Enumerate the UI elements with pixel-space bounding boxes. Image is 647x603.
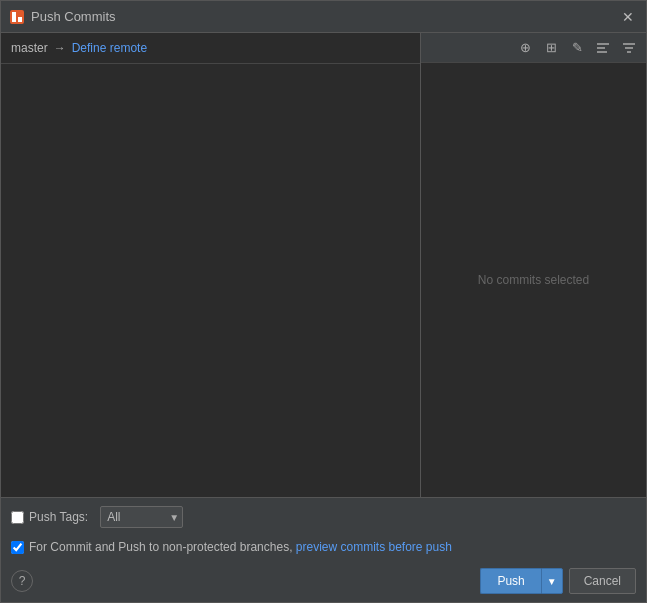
bottom-bar: Push Tags: All Annotated None ▼ For Comm… [1,497,646,602]
content-area: master → Define remote ⊕ ⊞ ✎ [1,33,646,602]
edit-toolbar-button[interactable]: ✎ [566,37,588,59]
push-tags-select-wrapper: All Annotated None ▼ [100,506,183,528]
preview-commits-checkbox[interactable] [11,541,24,554]
commit-preview-row: For Commit and Push to non-protected bra… [1,536,646,562]
help-icon: ? [19,574,26,588]
app-icon [9,9,25,25]
push-button-group: Push ▼ [480,568,562,594]
branch-row: master → Define remote [1,33,420,64]
preview-link[interactable]: preview commits before push [296,540,452,554]
options-row: Push Tags: All Annotated None ▼ [1,498,646,536]
push-tags-select[interactable]: All Annotated None [100,506,183,528]
right-toolbar: ⊕ ⊞ ✎ [421,33,646,63]
group-toolbar-button[interactable] [592,37,614,59]
preview-commits-label: For Commit and Push to non-protected bra… [29,540,452,554]
push-tags-checkbox[interactable] [11,511,24,524]
grid-toolbar-button[interactable]: ⊞ [540,37,562,59]
right-panel: ⊕ ⊞ ✎ [421,33,646,497]
left-panel: master → Define remote [1,33,421,497]
push-tags-label: Push Tags: [29,510,88,524]
filter-icon [622,41,636,55]
group-lines-icon [596,41,610,55]
svg-rect-1 [12,12,16,22]
no-commits-message: No commits selected [421,63,646,497]
push-tags-wrapper: Push Tags: [11,510,92,524]
close-icon: ✕ [622,9,634,25]
filter-toolbar-button[interactable] [618,37,640,59]
edit-icon: ✎ [572,40,583,55]
push-dropdown-button[interactable]: ▼ [541,568,563,594]
svg-rect-2 [18,17,22,22]
preview-prefix-text: For Commit and Push to non-protected bra… [29,540,292,554]
help-button[interactable]: ? [11,570,33,592]
cancel-button[interactable]: Cancel [569,568,636,594]
dialog-title: Push Commits [31,9,618,24]
main-panels: master → Define remote ⊕ ⊞ ✎ [1,33,646,497]
branch-arrow-icon: → [54,41,66,55]
collapse-icon: ⊕ [520,40,531,55]
close-button[interactable]: ✕ [618,7,638,27]
branch-label: master [11,41,48,55]
push-dropdown-chevron-icon: ▼ [547,576,557,587]
push-commits-dialog: Push Commits ✕ master → Define remote [0,0,647,603]
title-bar: Push Commits ✕ [1,1,646,33]
collapse-toolbar-button[interactable]: ⊕ [514,37,536,59]
push-button[interactable]: Push [480,568,540,594]
right-buttons: Push ▼ Cancel [480,568,636,594]
define-remote-link[interactable]: Define remote [72,41,147,55]
button-row: ? Push ▼ Cancel [1,562,646,602]
grid-icon: ⊞ [546,40,557,55]
commit-list [1,64,420,497]
